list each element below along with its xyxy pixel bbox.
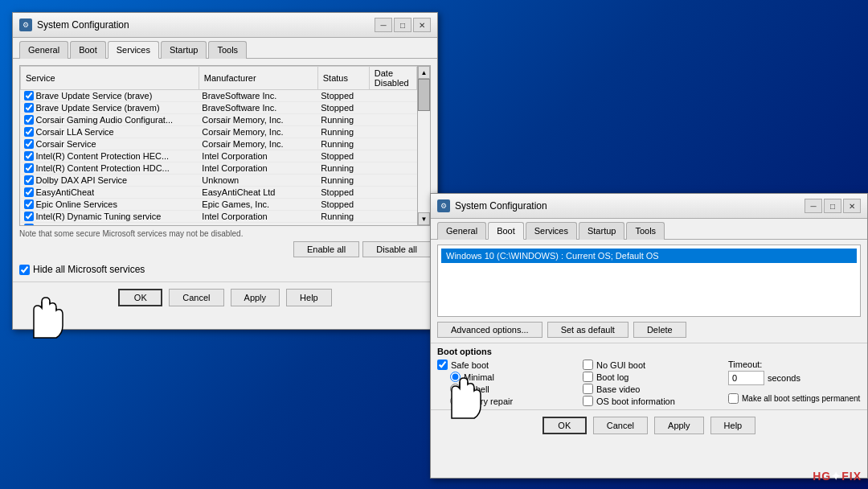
service-checkbox[interactable] [24,115,34,125]
minimize-button-2[interactable]: ─ [805,199,822,213]
no-gui-boot-checkbox[interactable] [583,360,593,370]
boot-list-item[interactable]: Windows 10 (C:\WINDOWS) : Current OS; De… [441,249,857,263]
hide-microsoft-checkbox[interactable] [19,265,30,275]
seconds-label: seconds [768,373,800,383]
status-cell: Running [317,223,369,227]
service-cell: Corsair Service [21,138,199,150]
minimize-button-1[interactable]: ─ [375,18,392,32]
make-permanent-checkbox[interactable] [728,393,739,404]
manufacturer-cell: Intel Corporation [199,211,317,223]
apply-button-2[interactable]: Apply [654,417,704,434]
service-checkbox[interactable] [24,163,34,173]
tab-tools-2[interactable]: Tools [626,222,665,240]
cancel-button-1[interactable]: Cancel [169,289,223,306]
ok-button-2[interactable]: OK [542,417,587,434]
boot-list-area[interactable]: Windows 10 (C:\WINDOWS) : Current OS; De… [437,244,861,317]
service-cell: Epic Online Services [21,199,199,211]
help-button-2[interactable]: Help [710,417,756,434]
service-checkbox[interactable] [24,151,34,161]
maximize-button-2[interactable]: □ [824,199,841,213]
scroll-up[interactable]: ▲ [418,66,430,79]
services-content: Service Manufacturer Status Date Disable… [13,59,437,281]
service-name: Fortemedia APO Control Service [36,224,165,226]
scroll-thumb[interactable] [418,79,430,111]
delete-boot-button[interactable]: Delete [633,322,686,338]
table-row[interactable]: Intel(R) Content Protection HDC... Intel… [21,162,417,175]
ok-button-1[interactable]: OK [118,289,162,306]
enable-all-button[interactable]: Enable all [293,241,359,257]
safe-boot-checkbox[interactable] [437,360,448,370]
status-cell: Running [317,162,369,175]
service-cell: Dolby DAX API Service [21,175,199,187]
date-cell [369,223,416,227]
bottom-buttons-1: OK Cancel Apply Help [13,281,437,313]
tab-general-2[interactable]: General [437,222,486,240]
col-status[interactable]: Status [317,67,369,90]
cancel-button-2[interactable]: Cancel [593,417,648,434]
tab-boot-1[interactable]: Boot [70,41,106,59]
apply-button-1[interactable]: Apply [231,289,280,306]
table-row[interactable]: Fortemedia APO Control Service Fortemedi… [21,223,417,227]
table-row[interactable]: Corsair Gaming Audio Configurat... Corsa… [21,114,417,126]
service-checkbox[interactable] [24,139,34,149]
scrollbar[interactable]: ▲ ▼ [417,66,430,225]
table-row[interactable]: Intel(R) Dynamic Tuning service Intel Co… [21,211,417,223]
status-cell: Stopped [317,102,369,114]
table-row[interactable]: Corsair LLA Service Corsair Memory, Inc.… [21,126,417,138]
table-row[interactable]: Brave Update Service (bravem) BraveSoftw… [21,102,417,114]
service-checkbox[interactable] [24,199,34,209]
os-boot-info-label: OS boot information [596,397,675,406]
status-cell: Running [317,126,369,138]
col-service[interactable]: Service [21,67,199,90]
service-checkbox[interactable] [24,224,34,226]
tab-startup-1[interactable]: Startup [161,41,207,59]
services-table-container[interactable]: Service Manufacturer Status Date Disable… [19,65,431,226]
service-checkbox[interactable] [24,127,34,137]
service-checkbox[interactable] [24,212,34,221]
base-video-checkbox[interactable] [583,384,593,394]
tab-tools-1[interactable]: Tools [208,41,247,59]
table-row[interactable]: Epic Online Services Epic Games, Inc. St… [21,199,417,211]
bottom-buttons-2: OK Cancel Apply Help [431,409,867,441]
date-cell [369,126,416,138]
table-row[interactable]: Dolby DAX API Service Unknown Running [21,175,417,187]
advanced-options-button[interactable]: Advanced options... [437,322,542,338]
scroll-track[interactable] [418,79,430,212]
disable-all-button[interactable]: Disable all [362,241,431,257]
table-row[interactable]: EasyAntiCheat EasyAntiCheat Ltd Stopped [21,187,417,199]
date-cell [369,175,416,187]
service-checkbox[interactable] [24,187,34,197]
close-button-2[interactable]: ✕ [843,199,861,213]
tab-startup-2[interactable]: Startup [579,222,624,240]
service-name: Corsair Service [36,139,96,149]
table-row[interactable]: Brave Update Service (brave) BraveSoftwa… [21,90,417,102]
timeout-input[interactable] [728,371,764,385]
scroll-down[interactable]: ▼ [418,212,430,225]
service-checkbox[interactable] [24,175,34,185]
help-button-1[interactable]: Help [286,289,332,306]
alternate-shell-radio[interactable] [450,384,461,394]
service-checkbox[interactable] [24,91,34,101]
table-row[interactable]: Corsair Service Corsair Memory, Inc. Run… [21,138,417,150]
service-checkbox[interactable] [24,103,34,113]
col-manufacturer[interactable]: Manufacturer [199,67,317,90]
timeout-label: Timeout: [728,360,861,369]
set-default-button[interactable]: Set as default [547,322,628,338]
tab-general-1[interactable]: General [19,41,68,59]
close-button-1[interactable]: ✕ [413,18,431,32]
minimal-radio[interactable] [450,372,461,382]
boot-log-checkbox[interactable] [583,372,593,382]
tab-services-1[interactable]: Services [108,41,159,59]
os-boot-info-checkbox[interactable] [583,396,593,406]
tab-services-2[interactable]: Services [526,222,577,240]
date-cell [369,114,416,126]
maximize-button-1[interactable]: □ [394,18,411,32]
tab-boot-2[interactable]: Boot [488,222,524,240]
service-name: Brave Update Service (bravem) [36,103,160,113]
status-cell: Stopped [317,199,369,211]
directory-repair-radio[interactable] [450,396,461,406]
boot-options-section: Boot options Safe boot Minimal e shell [431,343,867,409]
table-row[interactable]: Intel(R) Content Protection HEC... Intel… [21,150,417,162]
col-date[interactable]: Date Disabled [369,67,416,90]
service-cell: Corsair LLA Service [21,126,199,138]
